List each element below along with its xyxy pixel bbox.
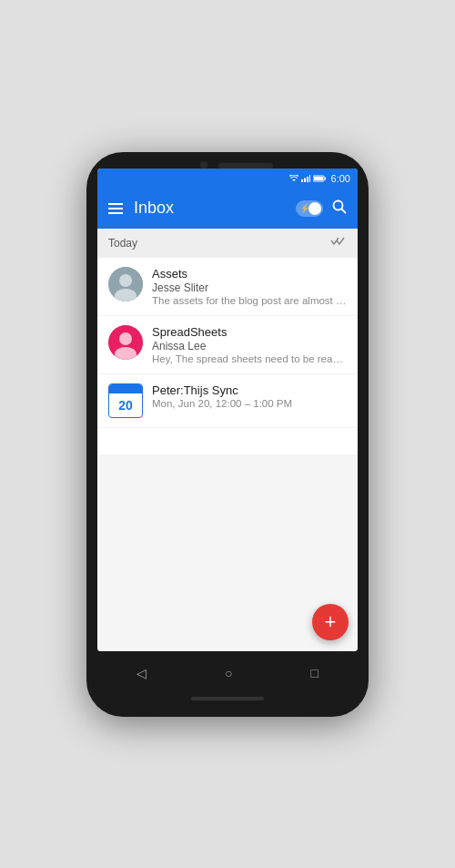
email-sender: Anissa Lee: [152, 340, 347, 352]
email-subject: SpreadSheets: [152, 325, 347, 339]
svg-rect-6: [324, 177, 326, 179]
phone-frame: 6:00 Inbox ⚡: [86, 152, 369, 717]
wifi-icon: [289, 175, 298, 182]
svg-rect-7: [314, 177, 323, 180]
cal-day: 20: [109, 393, 142, 417]
svg-point-8: [334, 200, 343, 209]
email-preview: Mon, Jun 20, 12:00 – 1:00 PM: [152, 398, 347, 409]
lightning-icon: ⚡: [299, 203, 310, 213]
person-avatar-2: [108, 325, 143, 360]
email-preview: The assets for the blog post are almost …: [152, 295, 347, 306]
recents-button[interactable]: □: [300, 660, 329, 686]
speaker: [218, 163, 273, 168]
svg-rect-3: [307, 177, 308, 182]
avatar: [108, 267, 143, 301]
email-subject: Assets: [152, 267, 347, 281]
svg-rect-1: [301, 179, 303, 182]
email-item[interactable]: Assets Jesse Sliter The assets for the b…: [97, 258, 358, 316]
nav-bar: ◁ ○ □: [97, 655, 358, 691]
app-bar-actions: ⚡: [296, 199, 347, 218]
checkmarks-icon: [330, 236, 347, 247]
section-label: Today: [108, 237, 137, 250]
email-item[interactable]: SpreadSheets Anissa Lee Hey, The spread …: [97, 316, 358, 374]
camera: [200, 161, 207, 168]
home-button[interactable]: ○: [214, 660, 243, 686]
status-time: 6:00: [331, 173, 350, 184]
email-content: Assets Jesse Sliter The assets for the b…: [152, 267, 347, 306]
person-avatar-1: [108, 267, 143, 301]
email-preview: Hey, The spread sheets need to be ready …: [152, 353, 347, 364]
cal-header: [109, 384, 142, 393]
svg-point-11: [119, 274, 132, 287]
svg-line-9: [342, 209, 347, 213]
calendar-avatar: 20: [108, 383, 143, 418]
email-sender: Jesse Sliter: [152, 281, 347, 294]
toggle-button[interactable]: ⚡: [296, 200, 323, 217]
email-content: Peter:Thijs Sync Mon, Jun 20, 12:00 – 1:…: [152, 383, 347, 409]
svg-rect-2: [304, 178, 306, 182]
status-icons: 6:00: [289, 173, 350, 184]
avatar: [108, 325, 143, 360]
search-button[interactable]: [332, 199, 347, 218]
app-title: Inbox: [134, 199, 285, 218]
email-list: Assets Jesse Sliter The assets for the b…: [97, 258, 358, 454]
status-bar: 6:00: [97, 168, 358, 189]
section-header: Today: [97, 229, 358, 258]
phone-screen: 6:00 Inbox ⚡: [97, 168, 358, 651]
menu-button[interactable]: [108, 203, 123, 214]
svg-marker-0: [292, 179, 296, 181]
email-content: SpreadSheets Anissa Lee Hey, The spread …: [152, 325, 347, 364]
battery-icon: [313, 175, 326, 182]
empty-area: +: [97, 454, 358, 651]
svg-rect-4: [309, 175, 310, 182]
email-item[interactable]: 20 Peter:Thijs Sync Mon, Jun 20, 12:00 –…: [97, 374, 358, 428]
signal-icon: [301, 175, 310, 182]
svg-point-14: [119, 332, 132, 345]
home-indicator: [191, 697, 264, 700]
search-icon: [332, 199, 347, 214]
compose-fab[interactable]: +: [312, 604, 349, 640]
email-subject: Peter:Thijs Sync: [152, 383, 347, 397]
check-all-icon[interactable]: [330, 236, 347, 250]
app-bar: Inbox ⚡: [97, 189, 358, 229]
back-button[interactable]: ◁: [126, 660, 157, 686]
